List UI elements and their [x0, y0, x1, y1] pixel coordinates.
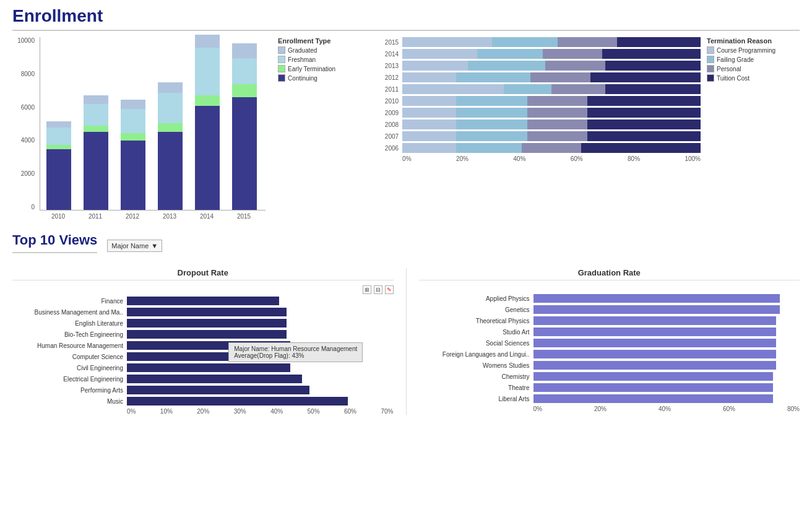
bar-group: [232, 43, 257, 210]
dropout-row: Music: [12, 397, 394, 406]
term-row: 2006: [377, 143, 701, 153]
graduation-row: Chemistry: [419, 372, 800, 381]
dropout-row: Electrical Engineering: [12, 375, 394, 383]
term-row: 2012: [377, 72, 701, 82]
termination-legend: Termination Reason Course ProgrammingFai…: [707, 37, 800, 162]
edit-icon[interactable]: ✎: [385, 285, 394, 294]
term-row: 2007: [377, 131, 701, 141]
dropdown-arrow-icon: ▼: [151, 242, 158, 249]
dropout-x-axis: 0%10%20%30%40%50%60%70%: [127, 408, 394, 415]
dropout-chart: Dropout Rate ⊞ ⊟ ✎ FinanceBusiness Manag…: [12, 268, 394, 415]
divider: [406, 268, 407, 415]
graduation-x-axis: 0%20%40%60%80%: [533, 406, 800, 412]
legend-item: Early Termination: [278, 65, 365, 72]
bar-year-labels: 201020112012201320142015: [40, 213, 266, 220]
graduation-bars: Applied PhysicsGeneticsTheoretical Physi…: [419, 294, 800, 403]
graduation-chart: Graduation Rate Applied PhysicsGeneticsT…: [419, 268, 800, 415]
graduation-row: Liberal Arts: [419, 394, 800, 403]
term-row: 2013: [377, 61, 701, 71]
legend-item: Continuing: [278, 74, 365, 82]
term-row: 2015: [377, 37, 701, 47]
expand-icon[interactable]: ⊞: [363, 285, 371, 294]
term-legend-item: Tuition Cost: [707, 74, 800, 82]
page-title: Enrollment: [12, 6, 800, 31]
graduation-row: Studio Art: [419, 328, 800, 336]
graduation-row: Theoretical Physics: [419, 316, 800, 325]
graduation-row: Foreign Languages and Lingui..: [419, 350, 800, 358]
enrollment-legend: Enrollment Type GraduatedFreshmanEarly T…: [278, 37, 365, 220]
y-axis-labels: 0 2000 4000 6000 8000 10000: [12, 37, 37, 210]
dropout-row: Business Management and Ma..: [12, 308, 394, 316]
toolbar: ⊞ ⊟ ✎: [12, 285, 394, 294]
graduation-row: Social Sciences: [419, 339, 800, 347]
legend-item: Freshman: [278, 56, 365, 63]
term-legend-item: Course Programming: [707, 46, 800, 54]
graduation-row: Theatre: [419, 383, 800, 392]
dropout-title: Dropout Rate: [12, 268, 394, 280]
dropout-row: Civil Engineering: [12, 363, 394, 372]
term-row: 2014: [377, 49, 701, 59]
dropout-row: Performing Arts: [12, 386, 394, 394]
term-legend-title: Termination Reason: [707, 37, 800, 45]
collapse-icon[interactable]: ⊟: [374, 285, 382, 294]
term-row: 2009: [377, 108, 701, 118]
term-x-axis: 0% 20% 40% 60% 80% 100%: [402, 155, 701, 162]
termination-chart: 2015201420132012201120102009200820072006…: [377, 37, 800, 220]
term-row: 2011: [377, 84, 701, 94]
dropout-row: Finance: [12, 297, 394, 305]
dropout-row: Bio-Tech Engineering: [12, 330, 394, 339]
tooltip-line2: Average(Drop Flag): 43%: [234, 352, 357, 359]
bar-group: [84, 95, 108, 210]
bar-group: [121, 100, 145, 210]
graduation-title: Graduation Rate: [419, 268, 800, 280]
term-row: 2008: [377, 119, 701, 129]
graduation-row: Genetics: [419, 305, 800, 314]
legend-item: Graduated: [278, 46, 365, 54]
graduation-row: Applied Physics: [419, 294, 800, 303]
graduation-row: Womens Studies: [419, 361, 800, 370]
term-legend-item: Personal: [707, 65, 800, 72]
dropdown-label: Major Name: [111, 242, 149, 249]
bar-group: [158, 82, 183, 210]
bar-group: [46, 121, 71, 210]
termination-bars: 2015201420132012201120102009200820072006: [377, 37, 701, 153]
term-row: 2010: [377, 96, 701, 106]
top10-title: Top 10 Views: [12, 232, 97, 253]
dropout-tooltip: Major Name: Human Resource Management Av…: [228, 342, 363, 362]
enrollment-chart: 0 2000 4000 6000 8000 10000 201020112012…: [12, 37, 365, 220]
bar-group: [195, 35, 220, 210]
dropout-row: English Literature: [12, 319, 394, 328]
term-legend-item: Failing Grade: [707, 56, 800, 63]
legend-title: Enrollment Type: [278, 37, 365, 45]
tooltip-line1: Major Name: Human Resource Management: [234, 345, 357, 352]
enrollment-bars: [40, 37, 266, 210]
major-name-dropdown[interactable]: Major Name ▼: [107, 240, 162, 252]
